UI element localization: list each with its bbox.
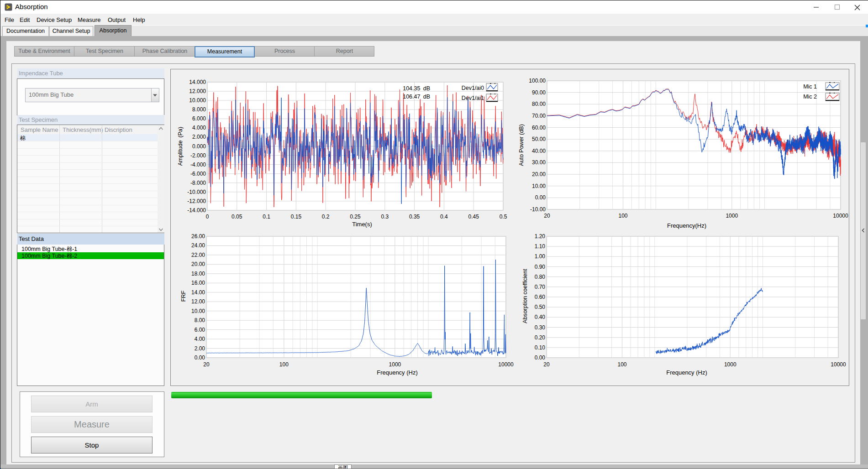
svg-text:0.5: 0.5	[500, 214, 507, 220]
svg-text:100: 100	[617, 361, 626, 368]
svg-text:1000: 1000	[724, 361, 736, 368]
svg-text:106.47 dB: 106.47 dB	[403, 94, 430, 100]
svg-text:70.00: 70.00	[532, 113, 546, 119]
svg-text:10.000: 10.000	[189, 97, 206, 104]
svg-text:0.80: 0.80	[535, 274, 546, 280]
svg-text:1.10: 1.10	[535, 243, 546, 250]
svg-text:40.00: 40.00	[532, 148, 546, 154]
svg-text:0.1: 0.1	[263, 214, 270, 220]
svg-text:1.00: 1.00	[535, 253, 546, 260]
svg-text:Amplitude (Pa): Amplitude (Pa)	[177, 127, 184, 166]
svg-text:100: 100	[279, 361, 289, 368]
svg-text:1.20: 1.20	[535, 233, 546, 240]
svg-text:20: 20	[203, 361, 210, 368]
svg-text:0.15: 0.15	[291, 214, 302, 220]
svg-text:0.60: 0.60	[535, 294, 546, 300]
svg-text:-14.000: -14.000	[187, 207, 206, 214]
svg-text:10000: 10000	[833, 213, 848, 219]
svg-text:14.000: 14.000	[189, 79, 206, 85]
svg-text:Dev1/ai1: Dev1/ai1	[462, 95, 484, 101]
svg-text:18.00: 18.00	[191, 271, 205, 277]
svg-text:0.10: 0.10	[535, 344, 546, 351]
svg-text:10.00: 10.00	[191, 308, 205, 314]
svg-text:6.00: 6.00	[195, 327, 205, 333]
svg-text:Absorption coefficient: Absorption coefficient	[522, 269, 528, 323]
svg-text:90.00: 90.00	[532, 89, 546, 96]
svg-text:14.00: 14.00	[191, 289, 205, 296]
svg-text:0.2: 0.2	[322, 214, 330, 220]
svg-text:2.000: 2.000	[192, 134, 206, 140]
svg-text:Mic 2: Mic 2	[803, 94, 817, 100]
svg-text:4.00: 4.00	[195, 336, 205, 342]
svg-text:30.00: 30.00	[532, 159, 546, 166]
svg-text:0.30: 0.30	[535, 324, 546, 331]
svg-text:60.00: 60.00	[532, 125, 546, 131]
svg-text:10000: 10000	[831, 361, 846, 368]
svg-text:-8.000: -8.000	[190, 180, 206, 186]
svg-text:Mic 1: Mic 1	[803, 83, 817, 90]
svg-text:0.35: 0.35	[409, 214, 420, 220]
svg-text:-6.000: -6.000	[190, 171, 206, 177]
svg-text:0.00: 0.00	[195, 354, 205, 361]
svg-text:Time(s): Time(s)	[352, 221, 372, 228]
svg-text:20.00: 20.00	[191, 261, 205, 267]
svg-text:0.45: 0.45	[468, 214, 479, 220]
svg-text:0.05: 0.05	[231, 214, 242, 220]
svg-text:10.00: 10.00	[532, 183, 546, 189]
svg-text:0.40: 0.40	[535, 314, 546, 320]
svg-text:Frequency (Hz): Frequency (Hz)	[377, 369, 418, 376]
svg-text:-2.000: -2.000	[190, 152, 206, 159]
svg-text:0.3: 0.3	[381, 214, 389, 220]
svg-text:Auto Power (dB): Auto Power (dB)	[518, 124, 525, 166]
svg-text:0.50: 0.50	[535, 304, 546, 310]
svg-text:16.00: 16.00	[191, 280, 205, 286]
svg-text:100.00: 100.00	[529, 78, 546, 84]
svg-text:0.000: 0.000	[192, 143, 206, 150]
svg-text:-10.00: -10.00	[530, 206, 546, 213]
svg-text:0.90: 0.90	[535, 264, 546, 270]
svg-text:24.00: 24.00	[191, 242, 205, 249]
svg-text:-4.000: -4.000	[190, 162, 206, 168]
svg-text:0.00: 0.00	[535, 354, 546, 361]
svg-text:8.000: 8.000	[192, 106, 206, 113]
svg-text:10000: 10000	[498, 361, 514, 368]
svg-text:Frequency (Hz): Frequency (Hz)	[666, 369, 707, 376]
svg-text:1000: 1000	[726, 213, 738, 219]
svg-text:0.4: 0.4	[440, 214, 448, 220]
svg-text:104.35 dB: 104.35 dB	[403, 85, 430, 92]
svg-text:20: 20	[544, 213, 550, 219]
svg-text:0.70: 0.70	[535, 284, 546, 290]
svg-text:Frequency(Hz): Frequency(Hz)	[667, 222, 706, 229]
svg-text:Dev1/ai0: Dev1/ai0	[462, 85, 484, 91]
svg-text:26.00: 26.00	[191, 233, 205, 240]
svg-text:12.000: 12.000	[189, 88, 206, 94]
svg-text:-10.000: -10.000	[187, 189, 206, 195]
svg-text:100: 100	[619, 213, 628, 219]
svg-text:8.00: 8.00	[195, 317, 205, 323]
svg-text:0.20: 0.20	[535, 334, 546, 341]
svg-text:20: 20	[543, 361, 550, 368]
svg-text:80.00: 80.00	[532, 101, 546, 107]
svg-text:50.00: 50.00	[532, 136, 546, 142]
svg-text:20.00: 20.00	[532, 171, 546, 177]
svg-text:FRF: FRF	[180, 290, 187, 302]
svg-text:4.000: 4.000	[192, 125, 206, 131]
svg-text:0.25: 0.25	[350, 214, 361, 220]
svg-text:12.00: 12.00	[191, 298, 205, 305]
svg-text:-12.000: -12.000	[187, 198, 206, 204]
svg-text:1000: 1000	[389, 361, 401, 368]
svg-text:22.00: 22.00	[191, 252, 205, 258]
svg-text:0: 0	[206, 214, 209, 220]
svg-text:6.000: 6.000	[192, 115, 206, 122]
svg-text:0.00: 0.00	[535, 194, 546, 201]
svg-text:2.00: 2.00	[195, 345, 205, 352]
